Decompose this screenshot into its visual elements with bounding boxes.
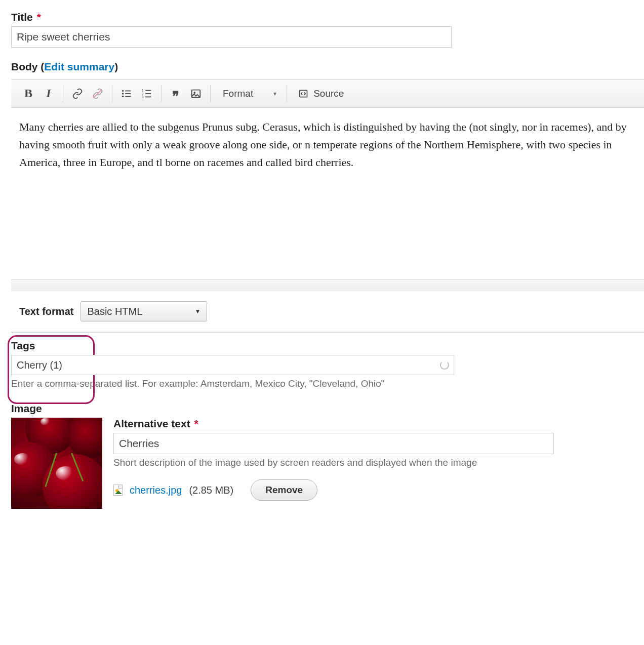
svg-rect-2: [125, 90, 131, 91]
image-section: Image Alternative text * Short descripti…: [11, 402, 644, 509]
body-label-text: Body: [11, 61, 38, 72]
bullet-list-button[interactable]: [116, 84, 137, 104]
title-label: Title *: [11, 11, 644, 23]
editor-resize-handle[interactable]: [11, 280, 644, 291]
autocomplete-spinner-icon: [440, 360, 449, 370]
alt-text-help: Short description of the image used by s…: [113, 457, 644, 468]
numbered-list-button[interactable]: 1 2 3: [137, 84, 157, 104]
format-dropdown-label: Format: [223, 88, 253, 99]
svg-rect-6: [125, 96, 131, 97]
editor-toolbar: B I 1 2 3: [11, 79, 644, 108]
svg-text:3: 3: [142, 95, 144, 99]
title-input[interactable]: [11, 26, 452, 48]
alt-text-input[interactable]: [113, 433, 554, 454]
toolbar-separator: [112, 85, 112, 102]
text-format-value: Basic HTML: [87, 306, 142, 317]
remove-button[interactable]: Remove: [251, 479, 317, 501]
tags-section: Tags Enter a comma-separated list. For e…: [11, 340, 644, 389]
svg-rect-4: [125, 93, 131, 94]
link-button[interactable]: [67, 84, 88, 104]
required-star-icon: *: [37, 11, 41, 23]
image-file-icon: [113, 485, 123, 496]
bold-button[interactable]: B: [18, 84, 38, 104]
paren-close: ): [114, 61, 118, 72]
svg-rect-8: [145, 90, 151, 91]
unlink-button[interactable]: [88, 84, 108, 104]
file-row: cherries.jpg (2.85 MB) Remove: [113, 479, 644, 501]
toolbar-separator: [161, 85, 162, 102]
tags-help-text: Enter a comma-separated list. For exampl…: [11, 378, 644, 389]
body-label: Body (Edit summary): [11, 61, 644, 73]
alt-text-label: Alternative text *: [113, 418, 644, 430]
text-format-select[interactable]: Basic HTML ▼: [80, 301, 207, 321]
italic-button[interactable]: I: [38, 84, 59, 104]
title-label-text: Title: [11, 11, 33, 23]
toolbar-separator: [287, 85, 287, 102]
file-name-link[interactable]: cherries.jpg: [130, 485, 182, 496]
format-dropdown[interactable]: Format ▾: [215, 84, 283, 104]
svg-point-14: [193, 92, 195, 94]
text-format-label: Text format: [19, 306, 73, 317]
toolbar-separator: [63, 85, 63, 102]
svg-rect-12: [145, 96, 151, 97]
image-thumbnail[interactable]: [11, 418, 102, 509]
tags-input[interactable]: [11, 355, 454, 375]
svg-rect-10: [145, 93, 151, 94]
tags-label: Tags: [11, 340, 644, 352]
blockquote-button[interactable]: ❞: [166, 84, 186, 104]
image-button[interactable]: [186, 84, 206, 104]
chevron-down-icon: ▼: [195, 308, 201, 315]
body-textarea[interactable]: Many cherries are allied to the subgenus…: [11, 108, 644, 280]
file-size: (2.85 MB): [189, 485, 233, 496]
svg-point-1: [122, 90, 124, 92]
chevron-down-icon: ▾: [273, 90, 276, 97]
svg-point-3: [122, 93, 124, 95]
rich-text-editor: B I 1 2 3: [11, 79, 644, 333]
toolbar-separator: [210, 85, 211, 102]
svg-point-5: [122, 95, 124, 97]
alt-text-label-text: Alternative text: [113, 418, 190, 429]
source-button[interactable]: Source: [291, 88, 351, 99]
image-label: Image: [11, 402, 644, 415]
edit-summary-link[interactable]: Edit summary: [44, 61, 114, 72]
text-format-row: Text format Basic HTML ▼: [11, 291, 644, 332]
required-star-icon: *: [194, 418, 198, 429]
source-button-label: Source: [313, 88, 344, 99]
